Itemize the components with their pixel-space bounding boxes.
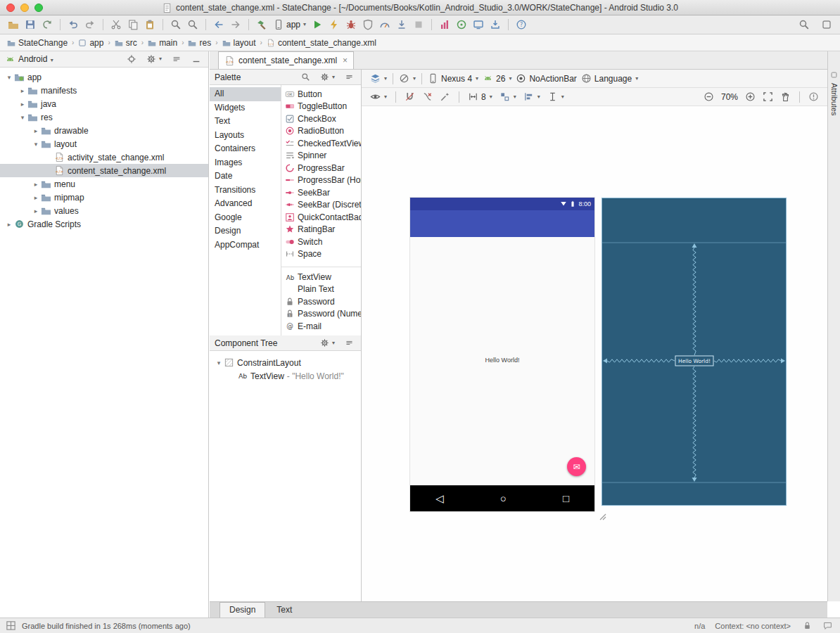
- palette-item-checkedtextview[interactable]: CheckedTextView: [281, 137, 361, 150]
- design-preview[interactable]: 8:00 Hello World! ✉ ◁○□: [410, 198, 594, 511]
- sync-button[interactable]: [39, 18, 55, 32]
- search-everywhere-button[interactable]: [796, 18, 812, 32]
- palette-item-seekbar-discrete[interactable]: SeekBar (Discrete): [281, 199, 361, 212]
- palette-category-containers[interactable]: Containers: [210, 142, 281, 156]
- hide-panel-button[interactable]: [189, 53, 203, 65]
- minimize-window-button[interactable]: [20, 4, 29, 12]
- palette-category-google[interactable]: Google: [210, 211, 281, 225]
- palette-item-progressbar-horizontal[interactable]: ProgressBar (Horizontal): [281, 174, 361, 187]
- lock-button[interactable]: [801, 620, 814, 632]
- design-canvas[interactable]: 8:00 Hello World! ✉ ◁○□ Hello World!: [362, 106, 827, 601]
- expand-arrow-icon[interactable]: ▾: [18, 114, 27, 121]
- fab-button[interactable]: ✉: [567, 457, 586, 476]
- palette-item-e-mail[interactable]: @E-mail: [281, 320, 361, 333]
- attributes-panel-tab[interactable]: Attributes: [827, 51, 840, 601]
- palette-item-plain-text[interactable]: Plain Text: [281, 283, 361, 296]
- forward-button[interactable]: [228, 18, 243, 32]
- palette-category-widgets[interactable]: Widgets: [210, 101, 281, 115]
- palette-item-space[interactable]: Space: [281, 248, 361, 261]
- theme-selector-button[interactable]: NoActionBar: [514, 72, 578, 85]
- component-tree-item-textview[interactable]: AbTextView - "Hello World!": [210, 369, 361, 383]
- run-button[interactable]: [310, 18, 325, 32]
- palette-category-advanced[interactable]: Advanced: [210, 197, 281, 211]
- breadcrumb-item-content-state-change-xml[interactable]: </>content_state_change.xml: [265, 38, 378, 48]
- palette-item-checkbox[interactable]: CheckBox: [281, 113, 361, 125]
- view-options-button[interactable]: ▾: [368, 90, 389, 103]
- settings-button[interactable]: ▾: [318, 337, 337, 349]
- search-button[interactable]: [299, 71, 312, 83]
- locate-button[interactable]: [125, 53, 139, 65]
- zoom-in-button[interactable]: [743, 90, 758, 103]
- palette-item-seekbar[interactable]: SeekBar: [281, 186, 361, 199]
- expand-arrow-icon[interactable]: ▾: [214, 359, 224, 366]
- breadcrumb-item-res[interactable]: res: [186, 38, 212, 48]
- help-button[interactable]: ?: [514, 18, 529, 32]
- palette-item-password-numeric[interactable]: 1Password (Numeric): [281, 308, 361, 321]
- project-structure-button[interactable]: [819, 18, 834, 32]
- api-selector-button[interactable]: 26▾: [481, 72, 514, 85]
- tree-item-drawable[interactable]: ▸drawable: [0, 124, 208, 137]
- guideline-button[interactable]: ▾: [545, 90, 566, 103]
- close-tab-icon[interactable]: ×: [343, 56, 348, 65]
- expand-arrow-icon[interactable]: ▸: [31, 194, 41, 201]
- breadcrumb-item-src[interactable]: src: [113, 38, 139, 48]
- zoom-fit-button[interactable]: [761, 90, 775, 103]
- tree-item-menu[interactable]: ▸menu: [0, 177, 208, 191]
- tree-item-java[interactable]: ▸java: [0, 97, 208, 110]
- build-button[interactable]: [254, 18, 269, 32]
- breadcrumb-item-app[interactable]: app: [77, 38, 105, 48]
- orientation-button[interactable]: ▾: [397, 72, 418, 85]
- tree-item-mipmap[interactable]: ▸mipmap: [0, 191, 208, 204]
- paste-button[interactable]: [142, 18, 158, 32]
- save-all-button[interactable]: [23, 18, 38, 32]
- tree-item-app[interactable]: ▾app: [0, 70, 208, 84]
- close-window-button[interactable]: [6, 4, 15, 12]
- clear-constraints-button[interactable]: [420, 90, 435, 103]
- expand-arrow-icon[interactable]: ▸: [31, 181, 41, 188]
- tree-item-layout[interactable]: ▾layout: [0, 137, 208, 151]
- pack-button[interactable]: ▾: [497, 90, 518, 103]
- cut-button[interactable]: [108, 18, 124, 32]
- tab-text[interactable]: Text: [267, 603, 301, 618]
- palette-item-button[interactable]: OKButton: [281, 88, 361, 101]
- run-configuration-button[interactable]: app▾: [271, 18, 308, 32]
- tab-design[interactable]: Design: [219, 602, 265, 618]
- palette-item-radiobutton[interactable]: RadioButton: [281, 125, 361, 138]
- palette-item-ratingbar[interactable]: RatingBar: [281, 224, 361, 236]
- tree-item-values[interactable]: ▸values: [0, 204, 208, 217]
- expand-arrow-icon[interactable]: ▾: [31, 141, 41, 148]
- undo-button[interactable]: [65, 18, 81, 32]
- align-button[interactable]: ▾: [521, 90, 542, 103]
- expand-arrow-icon[interactable]: ▸: [31, 207, 41, 215]
- palette-item-togglebutton[interactable]: ToggleButton: [281, 101, 361, 113]
- expand-arrow-icon[interactable]: ▸: [31, 127, 41, 134]
- event-log-button[interactable]: [821, 620, 834, 632]
- tree-item-activity-state-change-xml[interactable]: </>activity_state_change.xml: [0, 151, 208, 164]
- view-mode-button[interactable]: [343, 337, 356, 349]
- palette-item-switch[interactable]: Switch: [281, 236, 361, 248]
- settings-button[interactable]: ▾: [318, 71, 337, 83]
- sdk-manager-button[interactable]: [488, 18, 503, 32]
- palette-category-layouts[interactable]: Layouts: [210, 129, 281, 143]
- palette-item-password[interactable]: Password: [281, 295, 361, 308]
- breadcrumb-item-layout[interactable]: layout: [221, 38, 257, 48]
- replace-button[interactable]: [185, 18, 201, 32]
- palette-item-spinner[interactable]: Spinner: [281, 150, 361, 162]
- palette-category-text[interactable]: Text: [210, 115, 281, 129]
- back-button[interactable]: [211, 18, 227, 32]
- issue-panel-button[interactable]: [806, 90, 821, 103]
- autoconnect-button[interactable]: [402, 90, 417, 103]
- expand-arrow-icon[interactable]: ▸: [18, 101, 27, 108]
- zoom-level-button[interactable]: 70%: [719, 91, 740, 103]
- project-view-selector[interactable]: Android ▾: [18, 54, 53, 64]
- attach-debugger-button[interactable]: [394, 18, 409, 32]
- tool-window-switcher-icon[interactable]: [6, 620, 16, 631]
- todo-button[interactable]: [454, 18, 469, 32]
- profiler-button[interactable]: [377, 18, 393, 32]
- open-button[interactable]: [6, 18, 21, 32]
- component-tree-item-constraintlayout[interactable]: ▾ConstraintLayout: [210, 356, 361, 369]
- redo-button[interactable]: [82, 18, 98, 32]
- palette-category-transitions[interactable]: Transitions: [210, 184, 281, 198]
- stop-button[interactable]: [411, 18, 426, 32]
- apply-changes-button[interactable]: [326, 18, 342, 32]
